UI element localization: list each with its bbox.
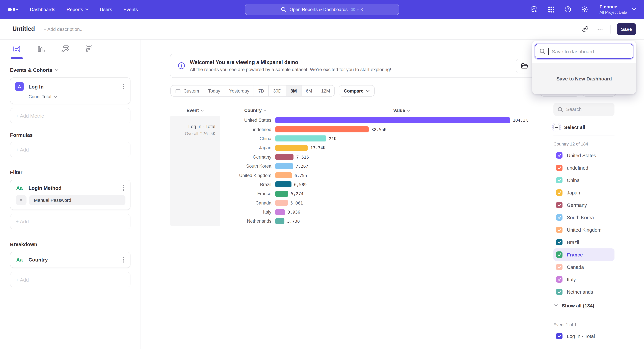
checked-checkbox[interactable]	[556, 189, 562, 196]
bar-segment[interactable]	[276, 218, 284, 224]
add-breakdown-button[interactable]: + Add	[10, 272, 130, 287]
segment-item-italy[interactable]: Italy	[554, 273, 614, 286]
nav-item-users[interactable]: Users	[100, 7, 112, 12]
metric-kebab-icon[interactable]	[122, 83, 126, 90]
events-cohorts-heading[interactable]: Events & Cohorts	[10, 67, 130, 73]
report-title[interactable]: Untitled	[12, 25, 35, 32]
checked-checkbox[interactable]	[556, 165, 562, 171]
bar-segment[interactable]	[276, 117, 510, 123]
nav-item-reports[interactable]: Reports	[66, 7, 88, 12]
checked-checkbox[interactable]	[556, 333, 562, 339]
save-to-dashboard-input[interactable]: Save to dashboard...	[535, 44, 633, 59]
save-to-new-dashboard-button[interactable]: Save to New Dashboard	[532, 63, 636, 94]
global-search-label: Open Reports & Dashboards	[290, 7, 348, 12]
bar-track: 5,061	[276, 200, 528, 206]
breakdown-kebab-icon[interactable]	[122, 256, 126, 263]
copy-link-icon[interactable]	[581, 25, 590, 33]
column-header-value[interactable]: Value	[276, 108, 528, 113]
metric-aggregation-dropdown[interactable]: Count Total	[15, 94, 126, 99]
bar-segment[interactable]	[276, 172, 292, 178]
tab-insights-icon[interactable]	[12, 44, 21, 53]
range-12m[interactable]: 12M	[317, 85, 334, 96]
bar-segment[interactable]	[276, 154, 294, 160]
string-property-icon: Aa	[15, 185, 24, 191]
report-title-bar: Untitled + Add description... Save	[0, 19, 644, 39]
segment-item-canada[interactable]: Canada	[554, 261, 614, 273]
event-item-log-in---total[interactable]: Log In - Total	[554, 330, 614, 342]
range-custom[interactable]: Custom	[171, 85, 204, 96]
segment-item-brazil[interactable]: Brazil	[554, 236, 614, 248]
segment-item-united-states[interactable]: United States	[554, 149, 614, 162]
column-header-country[interactable]: Country	[220, 108, 276, 113]
apps-grid-icon[interactable]	[547, 5, 555, 13]
segment-item-united-kingdom[interactable]: United Kingdom	[554, 224, 614, 236]
bar-segment[interactable]	[276, 191, 288, 197]
range-6m[interactable]: 6M	[302, 85, 317, 96]
settings-gear-icon[interactable]	[581, 5, 589, 13]
segment-item-japan[interactable]: Japan	[554, 186, 614, 199]
segment-item-france[interactable]: France	[554, 248, 614, 261]
filter-operator[interactable]: =	[16, 195, 26, 205]
nav-item-events[interactable]: Events	[124, 7, 138, 12]
add-formula-button[interactable]: + Add	[10, 142, 130, 157]
range-label: 6M	[306, 88, 312, 93]
bar-segment[interactable]	[276, 209, 285, 215]
add-description-button[interactable]: + Add description...	[44, 26, 84, 32]
breakdown-card-country[interactable]: Aa Country	[10, 252, 130, 268]
bar-segment[interactable]	[276, 145, 308, 151]
project-switcher[interactable]: Finance All Project Data	[600, 4, 636, 15]
segment-item-undefined[interactable]: undefined	[554, 162, 614, 174]
segment-item-germany[interactable]: Germany	[554, 199, 614, 211]
add-metric-button[interactable]: + Add Metric	[10, 108, 130, 123]
compare-button[interactable]: Compare	[339, 85, 375, 96]
data-connections-icon[interactable]	[530, 5, 538, 13]
filter-kebab-icon[interactable]	[122, 184, 126, 191]
segment-item-netherlands[interactable]: Netherlands	[554, 286, 614, 298]
range-3m[interactable]: 3M	[286, 85, 302, 96]
help-icon[interactable]	[564, 5, 572, 13]
global-search-button[interactable]: Open Reports & Dashboards ⌘ + K	[245, 4, 399, 15]
tab-funnels-icon[interactable]	[36, 44, 45, 53]
bar-segment[interactable]	[276, 200, 288, 206]
checked-checkbox[interactable]	[556, 289, 562, 295]
checked-checkbox[interactable]	[556, 276, 562, 283]
segment-item-china[interactable]: China	[554, 174, 614, 186]
nav-item-dashboards[interactable]: Dashboards	[30, 7, 55, 12]
range-yesterday[interactable]: Yesterday	[225, 85, 254, 96]
checked-checkbox[interactable]	[556, 239, 562, 245]
column-header-event[interactable]: Event	[170, 108, 220, 113]
tab-retention-icon[interactable]	[85, 44, 94, 53]
filter-value[interactable]: Manual Password	[29, 195, 126, 205]
save-button[interactable]: Save	[617, 23, 636, 35]
checked-checkbox[interactable]	[556, 177, 562, 183]
checked-checkbox[interactable]	[556, 251, 562, 258]
range-7d[interactable]: 7D	[254, 85, 269, 96]
mixpanel-logo-icon[interactable]	[8, 7, 18, 11]
checked-checkbox[interactable]	[556, 227, 562, 233]
calendar-icon	[175, 88, 181, 94]
select-all-checkbox[interactable]	[554, 124, 560, 130]
checked-checkbox[interactable]	[556, 214, 562, 221]
segment-item-south-korea[interactable]: South Korea	[554, 211, 614, 224]
tab-flows-icon[interactable]	[61, 44, 70, 53]
more-options-icon[interactable]	[596, 25, 604, 33]
metric-card-log-in[interactable]: A Log In Count Total	[10, 77, 130, 104]
search-icon	[558, 106, 563, 112]
filter-card-login-method[interactable]: Aa Login Method = Manual Password	[10, 180, 130, 210]
bar-segment[interactable]	[276, 163, 293, 169]
bar-segment[interactable]	[276, 126, 369, 132]
range-today[interactable]: Today	[204, 85, 225, 96]
checked-checkbox[interactable]	[556, 264, 562, 270]
bar-category-label: Canada	[220, 200, 276, 205]
select-all-row[interactable]: Select all	[554, 124, 614, 130]
range-30d[interactable]: 30D	[269, 85, 286, 96]
show-all-button[interactable]: Show all (184)	[554, 299, 614, 312]
bar-track: 6,589	[276, 182, 528, 188]
segment-search-input[interactable]: Search	[554, 103, 614, 116]
bar-segment[interactable]	[276, 182, 291, 188]
checked-checkbox[interactable]	[556, 152, 562, 159]
bar-segment[interactable]	[276, 136, 326, 142]
bar-track: 38.55K	[276, 126, 528, 132]
checked-checkbox[interactable]	[556, 202, 562, 208]
add-filter-button[interactable]: + Add	[10, 214, 130, 229]
